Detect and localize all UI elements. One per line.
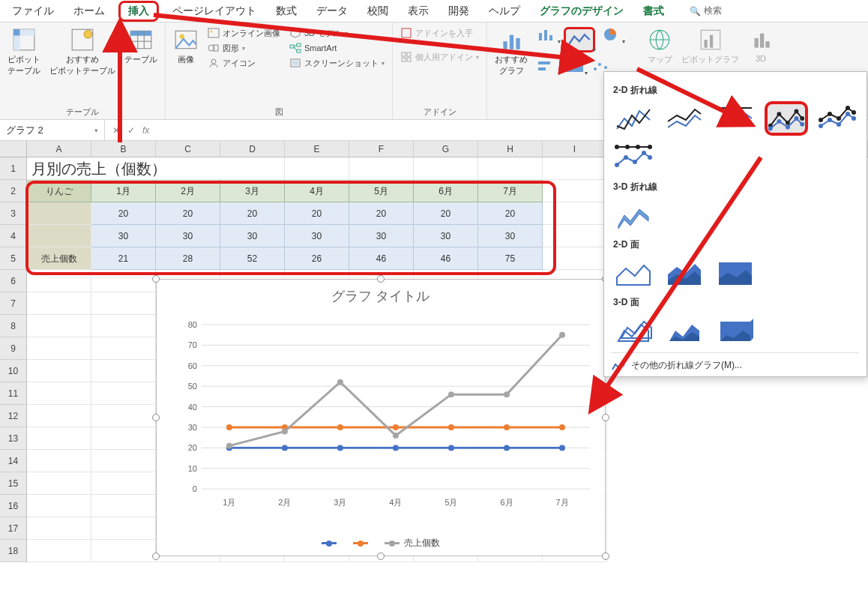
resize-handle[interactable] — [152, 553, 160, 560]
cell[interactable] — [27, 427, 91, 450]
line-100stacked-markers[interactable] — [612, 140, 655, 175]
line-100stacked[interactable] — [714, 101, 757, 136]
cell[interactable]: 46 — [414, 247, 478, 270]
cell[interactable]: 20 — [156, 202, 220, 225]
cell[interactable] — [414, 157, 478, 180]
row-header[interactable]: 3 — [0, 202, 27, 225]
cell[interactable]: 20 — [220, 202, 285, 225]
area-3d[interactable] — [612, 313, 655, 348]
resize-handle[interactable] — [602, 414, 609, 421]
cell[interactable]: りんご — [27, 180, 91, 202]
line-3d[interactable] — [612, 198, 655, 232]
cell[interactable]: 30 — [414, 225, 478, 247]
cell[interactable]: 5月 — [349, 180, 414, 202]
cell[interactable] — [27, 472, 91, 495]
cell[interactable] — [27, 270, 91, 292]
my-addin-button[interactable]: 個人用アドイン ▾ — [400, 51, 479, 63]
row-header[interactable]: 12 — [0, 405, 27, 427]
row-header[interactable]: 15 — [0, 472, 27, 495]
cell[interactable] — [91, 517, 156, 540]
more-line-charts[interactable]: その他の折れ線グラフ(M)... — [612, 352, 859, 372]
cell[interactable] — [27, 292, 91, 315]
cell[interactable]: 30 — [156, 225, 220, 247]
tab-file[interactable]: ファイル — [6, 1, 60, 21]
cell[interactable] — [91, 450, 156, 472]
cell[interactable] — [91, 427, 156, 450]
tab-format[interactable]: 書式 — [637, 1, 670, 21]
col-G[interactable]: G — [414, 141, 478, 157]
resize-handle[interactable] — [377, 553, 385, 560]
cell[interactable] — [27, 225, 91, 247]
cell[interactable] — [27, 517, 91, 540]
rec-chart-button[interactable]: おすすめ グラフ — [495, 27, 528, 76]
icons-button[interactable]: アイコン — [208, 57, 280, 69]
cell[interactable] — [91, 270, 156, 292]
row-header[interactable]: 2 — [0, 180, 27, 202]
get-addin-button[interactable]: アドインを入手 — [400, 27, 479, 39]
col-D[interactable]: D — [220, 141, 285, 157]
cell[interactable] — [91, 315, 156, 337]
cell[interactable]: 売上個数 — [27, 247, 91, 270]
cell[interactable] — [285, 157, 349, 180]
cell[interactable] — [543, 157, 607, 180]
tab-chart-design[interactable]: グラフのデザイン — [534, 1, 630, 21]
cell[interactable]: 30 — [91, 225, 156, 247]
resize-handle[interactable] — [377, 275, 385, 283]
cell[interactable] — [543, 180, 607, 202]
chart-bar-button[interactable]: ▾ — [537, 58, 558, 73]
cell[interactable]: 26 — [285, 247, 349, 270]
chart-column-button[interactable]: ▾ — [537, 27, 558, 42]
area-3d-stacked[interactable] — [663, 313, 706, 348]
cell[interactable] — [91, 382, 156, 405]
cell[interactable] — [27, 315, 91, 337]
cell[interactable] — [91, 540, 156, 562]
chart-line-button[interactable]: ▾ — [564, 27, 595, 52]
tab-help[interactable]: ヘルプ — [483, 1, 526, 21]
rec-pivot-button[interactable]: おすすめ ピボットテーブル — [49, 27, 115, 76]
cell[interactable]: 46 — [349, 247, 414, 270]
cell[interactable]: 1月 — [91, 180, 156, 202]
tab-dev[interactable]: 開発 — [442, 1, 475, 21]
cell[interactable]: 6月 — [414, 180, 478, 202]
line-stacked[interactable] — [663, 101, 706, 136]
cell[interactable] — [543, 202, 607, 225]
tab-data[interactable]: データ — [310, 1, 354, 21]
cell[interactable] — [27, 360, 91, 382]
cell[interactable]: 20 — [91, 202, 156, 225]
resize-handle[interactable] — [152, 414, 160, 421]
shapes-button[interactable]: 図形 ▾ — [208, 42, 280, 54]
tab-home[interactable]: ホーム — [67, 1, 111, 21]
cell[interactable]: 3月 — [220, 180, 285, 202]
cell[interactable] — [91, 405, 156, 427]
chart-legend[interactable]: 売上個数 — [157, 537, 605, 550]
col-A[interactable]: A — [27, 141, 91, 157]
select-all-corner[interactable] — [0, 141, 27, 157]
row-header[interactable]: 8 — [0, 315, 27, 337]
row-header[interactable]: 1 — [0, 157, 27, 180]
col-B[interactable]: B — [91, 141, 156, 157]
cell[interactable]: 30 — [349, 225, 414, 247]
area-stacked[interactable] — [663, 256, 706, 290]
cell[interactable] — [478, 157, 543, 180]
cell[interactable]: 20 — [478, 202, 543, 225]
cell[interactable]: 28 — [156, 247, 220, 270]
map-button[interactable]: マップ — [647, 27, 672, 65]
row-header[interactable]: 10 — [0, 360, 27, 382]
cell[interactable] — [91, 495, 156, 517]
cell[interactable] — [91, 360, 156, 382]
row-header[interactable]: 7 — [0, 292, 27, 315]
line-stacked-markers[interactable] — [816, 101, 859, 136]
chart-plot-area[interactable]: 010203040506070801月2月3月4月5月6月7月 — [172, 317, 597, 511]
fx-icon[interactable]: fx — [142, 125, 149, 136]
row-header[interactable]: 18 — [0, 540, 27, 562]
search-box[interactable]: 🔍 検索 — [690, 4, 722, 17]
line-basic[interactable] — [612, 101, 655, 136]
cell[interactable]: 20 — [349, 202, 414, 225]
resize-handle[interactable] — [602, 553, 609, 560]
cancel-icon[interactable]: ✕ — [112, 125, 120, 136]
name-box[interactable]: グラフ 2 ▾ — [0, 120, 105, 140]
col-E[interactable]: E — [285, 141, 349, 157]
chart-area-button[interactable]: ▾ — [564, 58, 585, 73]
row-header[interactable]: 5 — [0, 247, 27, 270]
cell[interactable]: 月別の売上（個数） — [27, 157, 285, 180]
